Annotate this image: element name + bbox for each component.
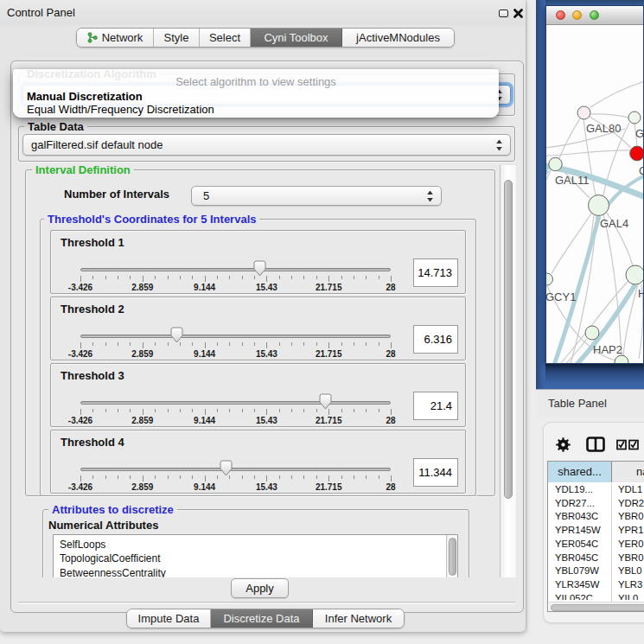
G-node[interactable] [628, 112, 641, 124]
slider-tick [155, 409, 156, 412]
bottom-node[interactable] [615, 355, 628, 363]
table-row[interactable]: YDR27...YDR2 [548, 497, 644, 511]
tab-jactivemnodules[interactable]: jActiveMNodules [342, 29, 454, 47]
table-cell-shared-name: YBR045C [555, 552, 598, 563]
GAL11-node[interactable] [549, 157, 562, 170]
select-columns-icon[interactable] [616, 439, 641, 450]
threshold-value-field[interactable]: 11.344 [413, 458, 458, 487]
threshold-value-field[interactable]: 21.4 [413, 392, 458, 420]
table-row[interactable]: YER054CYER0 [548, 538, 644, 552]
columns-icon[interactable] [586, 437, 605, 452]
attribute-list-item[interactable]: SelfLoops [54, 538, 457, 552]
tab-impute-data[interactable]: Impute Data [127, 609, 211, 628]
slider-tick [143, 409, 143, 415]
number-of-intervals-combobox[interactable]: 5 [191, 186, 442, 206]
tab-style[interactable]: Style [154, 29, 200, 47]
column-divider [611, 483, 612, 602]
GAL80-node-label: GAL80 [586, 122, 621, 135]
table-row[interactable]: YIL052CYIL0 [548, 592, 644, 600]
table-horizontal-scrollbar[interactable] [549, 602, 644, 611]
table-data-combobox[interactable]: galFiltered.sif default node [22, 134, 511, 156]
slider-thumb[interactable] [170, 327, 183, 343]
slider-thumb[interactable] [253, 260, 266, 277]
GAL4-node[interactable] [589, 195, 609, 216]
slider-tick [80, 409, 81, 415]
algorithm-dropdown-popup: Select algorithm to view settings Manual… [13, 69, 499, 118]
gear-icon[interactable] [556, 437, 571, 452]
red-node[interactable] [630, 146, 643, 161]
tab-cyni-toolbox[interactable]: Cyni Toolbox [251, 29, 342, 47]
slider-scale-label: 2.859 [131, 482, 153, 492]
attribute-list-item[interactable]: BetweennessCentrality [54, 566, 457, 577]
tab-discretize-data[interactable]: Discretize Data [211, 609, 313, 628]
slider-tick [143, 276, 143, 282]
table-row[interactable]: YBR045CYBR0 [548, 552, 644, 565]
tab-network[interactable]: Network [77, 29, 154, 47]
slider-track[interactable] [80, 268, 391, 271]
threshold-label: Threshold 3 [61, 369, 124, 382]
window-title: Control Panel [7, 6, 75, 19]
scrollbar-thumb[interactable] [449, 538, 456, 576]
H-node[interactable] [626, 265, 643, 284]
threshold-panel-4: Threshold 4-3.4262.8599.14415.4321.71528… [50, 430, 466, 494]
slider-thumb[interactable] [319, 393, 332, 410]
tab-infer-network[interactable]: Infer Network [313, 609, 404, 628]
float-window-icon[interactable] [499, 10, 508, 17]
popup-item-1[interactable]: Manual Discretization [27, 90, 143, 103]
table-header-shared[interactable]: shared... [548, 462, 612, 482]
network-canvas[interactable]: GAL80GACGAL11GAL4GCY1HHAP2 [546, 25, 643, 363]
control-panel-titlebar[interactable]: Control Panel [0, 0, 526, 25]
close-traffic-light[interactable] [556, 10, 565, 20]
slider-tick [205, 475, 206, 481]
network-edge [559, 118, 580, 158]
slider-scale-label: 9.144 [194, 283, 215, 292]
close-icon[interactable] [513, 8, 524, 19]
popup-item-2[interactable]: Equal Width/Frequency Discretization [27, 103, 214, 116]
slider-tick [92, 409, 93, 412]
zoom-traffic-light[interactable] [590, 10, 599, 20]
table-header-name[interactable]: na [612, 462, 644, 482]
GCY1-node[interactable] [546, 273, 553, 285]
control-panel-window: Control Panel NetworkStyleSelectCyni Too… [0, 0, 526, 632]
scrollbar-thumb[interactable] [504, 180, 513, 499]
table-row[interactable]: YBR043CYBR0 [548, 510, 644, 524]
combo-value: 5 [192, 189, 209, 202]
screen: Control Panel NetworkStyleSelectCyni Too… [0, 0, 644, 644]
threshold-value-field[interactable]: 6.316 [413, 325, 458, 354]
slider-tick [80, 276, 81, 282]
slider-scale-label: 2.859 [131, 416, 153, 425]
table-row[interactable]: YBL079WYBL0 [548, 564, 644, 578]
top-tab-bar: NetworkStyleSelectCyni ToolboxjActiveMNo… [76, 28, 455, 48]
slider-tick [341, 475, 342, 479]
apply-button[interactable]: Apply [231, 578, 289, 598]
table-panel-title: Table Panel [548, 397, 607, 410]
attribute-list-item[interactable]: TopologicalCoefficient [54, 552, 457, 565]
slider-track[interactable] [80, 401, 391, 405]
table-row[interactable]: YDL19...YDL1 [548, 483, 644, 497]
tab-select[interactable]: Select [200, 29, 251, 47]
G-node-label: GA [635, 127, 643, 140]
HAP2-node[interactable] [585, 326, 599, 340]
GAL80-node[interactable] [577, 106, 590, 119]
settings-scrollbar[interactable] [500, 165, 516, 577]
slider-tick [379, 276, 379, 279]
slider-tick [328, 409, 329, 415]
scrollbar-thumb[interactable] [551, 604, 644, 611]
slider-track[interactable] [80, 468, 391, 471]
slider-tick [217, 342, 218, 346]
slider-thumb[interactable] [220, 460, 233, 476]
table-row[interactable]: YLR345WYLR3 [548, 578, 644, 592]
threshold-value-field[interactable]: 14.713 [413, 258, 458, 287]
slider-tick [242, 475, 243, 479]
tab-label: Discretize Data [223, 612, 299, 625]
table-row[interactable]: YPR145WYPR1 [548, 524, 644, 538]
slider-scale-label: 21.715 [316, 349, 342, 359]
threshold-label: Threshold 1 [61, 236, 124, 249]
slider-tick [192, 409, 193, 412]
slider-tick [391, 342, 392, 348]
attributes-list-scrollbar[interactable] [446, 535, 457, 577]
slider-tick [366, 409, 367, 412]
network-window-titlebar[interactable] [546, 6, 643, 25]
slider-track[interactable] [80, 335, 391, 338]
minimize-traffic-light[interactable] [572, 10, 582, 20]
